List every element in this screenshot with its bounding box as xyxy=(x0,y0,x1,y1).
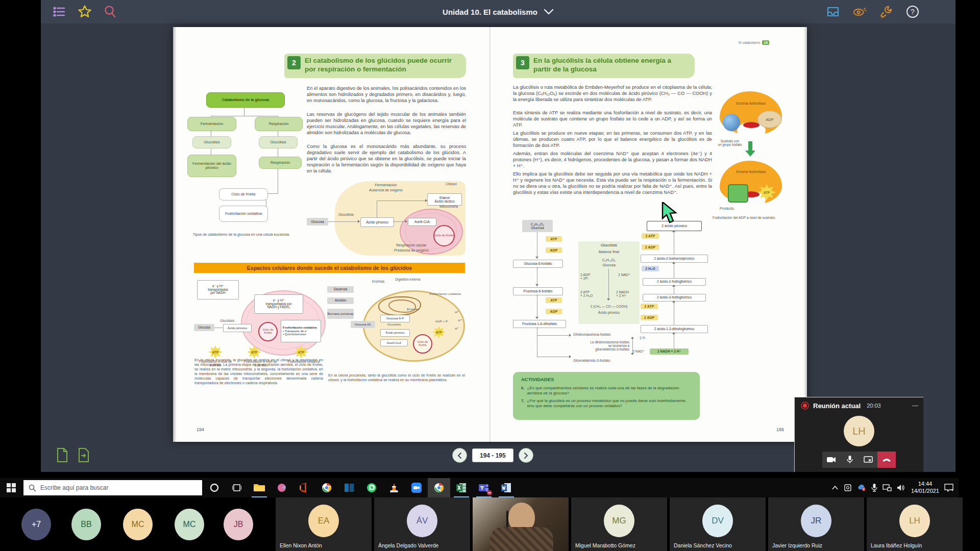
windows-taskbar: Escribe aquí para buscar xyxy=(0,478,959,497)
page-edge-left xyxy=(173,27,177,442)
page-title[interactable]: Unidad 10. El catabolismo xyxy=(443,8,537,16)
fos-oxidativa-box: Fosforilación oxidativa• Transporte de e… xyxy=(281,320,321,342)
video-person-body xyxy=(490,527,553,551)
paragraph: Además, entran dos moléculas del coenzim… xyxy=(513,151,712,169)
mic-toggle-button[interactable] xyxy=(841,452,859,468)
search-icon xyxy=(29,484,36,492)
reader-app-icon[interactable] xyxy=(338,478,360,497)
task-view-icon[interactable] xyxy=(226,478,248,497)
ebook-topbar: Unidad 10. El catabolismo ? xyxy=(41,0,955,23)
prev-page-button[interactable] xyxy=(452,448,467,463)
svg-text:?: ? xyxy=(911,8,915,16)
acido-piruvico-box: Ácido pirúvico xyxy=(360,217,394,227)
tray-mic-icon[interactable] xyxy=(871,484,877,492)
flow-node-fermentacion: Fermentación xyxy=(187,117,236,131)
f16-box: Fructosa-1,6-difosfato xyxy=(513,320,566,328)
page-number-left: 194 xyxy=(197,427,204,432)
taskbar-search-input[interactable]: Escribe aquí para buscar xyxy=(23,480,202,495)
zoom-icon[interactable] xyxy=(405,478,428,497)
avatar: ÁV xyxy=(407,505,437,537)
participant-avatar[interactable]: BB xyxy=(71,509,101,540)
toc-icon[interactable] xyxy=(52,5,66,19)
resources-tray-icon[interactable] xyxy=(826,5,840,19)
page-export-icon[interactable] xyxy=(77,448,91,462)
participant-avatar[interactable]: MC xyxy=(123,509,153,540)
eye-view-icon[interactable] xyxy=(852,5,867,19)
clock-date: 14/01/2021 xyxy=(911,488,939,495)
avatar: JR xyxy=(801,505,831,537)
mouse-cursor xyxy=(662,202,681,227)
word-icon[interactable] xyxy=(495,478,518,497)
participant-tile[interactable]: MG Miguel Marabotto Gómez xyxy=(571,497,667,551)
participant-tile[interactable]: JR Javier Izquierdo Ruiz xyxy=(768,497,864,551)
flow-node-fosforilacion: Fosforilación oxidativa xyxy=(219,206,268,222)
chrome-icon[interactable] xyxy=(315,478,338,497)
tray-chevron-icon[interactable] xyxy=(831,485,839,490)
prokaryote-spaces-panel: Sacarosa Almidón Biomasa (celulosa) Enzi… xyxy=(327,277,466,368)
participant-avatar[interactable]: MC xyxy=(175,509,204,540)
enzyme-figure: Enzima fosforilasa ADP Sustrato conun gr… xyxy=(715,84,792,227)
screen-share-stop-button[interactable] xyxy=(859,452,877,468)
search-icon[interactable] xyxy=(103,5,117,19)
section-number: 3 xyxy=(516,56,529,69)
office-app-icon[interactable] xyxy=(293,478,315,497)
figure-banner: Espacios celulares donde sucede el catab… xyxy=(194,263,465,273)
teams-icon[interactable] xyxy=(473,478,495,497)
glucosa-chip: Glucosa xyxy=(307,218,328,226)
paragraph: La glucólisis o ruta metabólica de Embde… xyxy=(513,84,712,103)
help-icon[interactable]: ? xyxy=(905,5,920,19)
search-placeholder: Escribe aquí para buscar xyxy=(40,484,108,491)
glycolysis-diagram: C₆H₁₂O₆Glucosa ATP ADP Glucosa-6-fosfato… xyxy=(513,220,717,369)
call-controls xyxy=(822,452,896,468)
paragraph: Ello implica que la glucólisis debe ser … xyxy=(513,171,712,195)
paragraph: La glucólisis se produce en nueve etapas… xyxy=(513,130,712,148)
tray-onedrive-error-icon[interactable] xyxy=(857,484,866,491)
camera-toggle-button[interactable] xyxy=(822,452,841,468)
fermentation-products-box: EtanolÁcido láctico xyxy=(427,193,462,206)
recording-icon xyxy=(801,402,809,410)
tray-network-icon[interactable] xyxy=(883,484,892,491)
taskbar-clock[interactable]: 14:44 14/01/2021 xyxy=(911,481,939,495)
participant-tile[interactable]: ÁV Ángela Delgado Valverde xyxy=(374,497,470,551)
f6f-box: Fructosa-6-fosfato xyxy=(513,287,563,295)
vlc-icon[interactable] xyxy=(383,478,405,497)
participant-tile[interactable]: LH Laura Ibáñez Holguín xyxy=(867,497,963,551)
favorites-star-icon[interactable] xyxy=(78,5,92,19)
cortana-icon[interactable] xyxy=(203,478,226,497)
tray-volume-icon[interactable] xyxy=(897,484,906,491)
minimize-button[interactable]: — xyxy=(912,402,918,409)
paragraph: En el aparato digestivo de los animales,… xyxy=(307,85,466,104)
action-center-icon[interactable] xyxy=(944,484,953,492)
participant-avatar[interactable]: JB xyxy=(224,509,253,540)
page-doc-icon[interactable] xyxy=(55,448,69,462)
whatsapp-icon[interactable] xyxy=(360,478,383,497)
balance-panel: Glucólisis Balance final C₆H₁₂O₆ Glucosa… xyxy=(578,241,640,324)
flow-node-glucolisis-2: Glucólisis xyxy=(259,136,298,148)
start-button[interactable] xyxy=(0,478,22,497)
excel-icon[interactable] xyxy=(450,478,473,497)
avatar: MG xyxy=(604,505,634,537)
chevron-down-icon[interactable] xyxy=(544,9,554,15)
export-tools xyxy=(55,448,91,462)
participant-name: Daniela Sánchez Vecino xyxy=(674,542,732,548)
page-number-right: 195 xyxy=(776,427,784,432)
page-indicator[interactable]: 194 - 195 xyxy=(472,448,513,462)
next-page-button[interactable] xyxy=(519,448,533,463)
participant-tile[interactable]: DV Daniela Sánchez Vecino xyxy=(670,497,766,551)
hang-up-button[interactable] xyxy=(877,452,896,468)
section-title: En la glucólisis la célula obtiene energ… xyxy=(533,54,695,77)
tray-screen-icon[interactable] xyxy=(844,484,852,492)
overflow-participants-avatar[interactable]: +7 xyxy=(21,509,51,540)
photos-app-icon[interactable] xyxy=(271,478,293,497)
tools-wrench-icon[interactable] xyxy=(879,5,893,19)
flow-node-root: Catabolismo de la glucosa xyxy=(206,92,285,108)
book-spine xyxy=(489,27,491,442)
avatar: LH xyxy=(899,505,930,537)
participant-video-tile[interactable] xyxy=(473,497,569,551)
chrome-active-icon[interactable] xyxy=(428,478,450,497)
file-explorer-icon[interactable] xyxy=(248,478,271,497)
screen: Unidad 10. El catabolismo ? xyxy=(0,0,980,551)
avatar: DV xyxy=(702,505,733,537)
participant-tile[interactable]: EA Ellen Nixon Antón xyxy=(276,497,372,551)
activities-header: ACTIVIDADES xyxy=(513,372,700,382)
